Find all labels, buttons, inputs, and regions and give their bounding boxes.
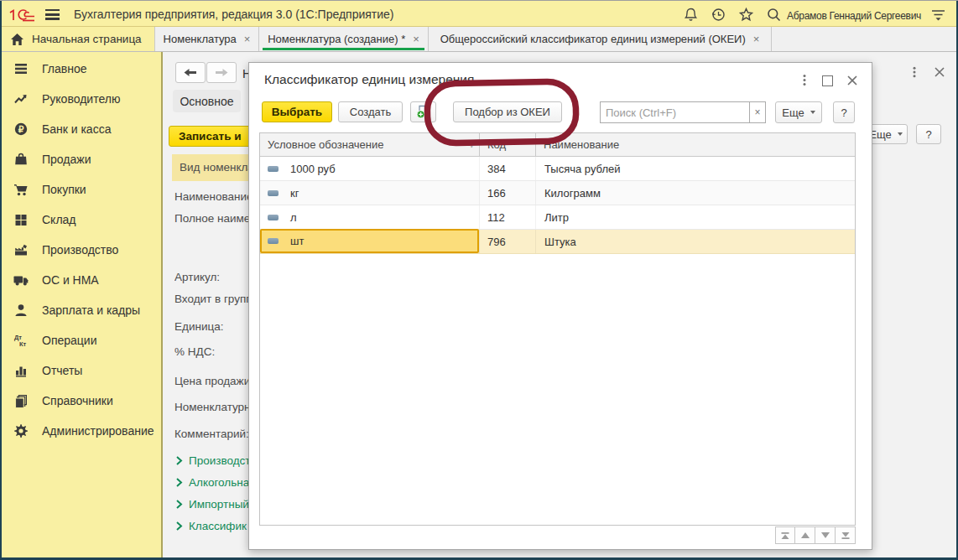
okei-selection-button[interactable]: Подбор из ОКЕИ (453, 101, 562, 122)
table-row[interactable]: 1000 руб 384 Тысяча рублей (260, 157, 855, 181)
dialog-more-button[interactable]: Еще (775, 101, 822, 123)
dialog-title: Классификатор единиц измерения (264, 72, 474, 87)
sidebar-item-bank-kassa[interactable]: ₽ Банк и касса (2, 114, 161, 144)
truck-icon (13, 272, 29, 288)
link-klassifikaciya[interactable]: Классифик (175, 519, 247, 533)
sidebar: Главное Руководителю ₽ Банк и касса Прод… (2, 52, 163, 557)
label-polnoe-naimenovanie: Полное наиме (174, 212, 250, 226)
ruble-circle-icon: ₽ (13, 122, 29, 137)
sidebar-item-otchety[interactable]: Отчеты (2, 355, 161, 386)
app-title: Бухгалтерия предприятия, редакция 3.0 (1… (74, 8, 394, 21)
label-nds: % НДС: (174, 345, 215, 360)
pages-icon (13, 393, 29, 408)
label-naimenovanie: Наименование (174, 190, 253, 205)
history-icon[interactable] (711, 7, 726, 23)
column-header-symbol[interactable]: Условное обозначение↓ (260, 133, 479, 156)
notifications-bell-icon[interactable] (683, 7, 699, 23)
sidebar-item-administrirovanie[interactable]: Администрирование (2, 416, 161, 446)
chevron-right-icon (175, 478, 183, 487)
form-more-menu-icon[interactable] (909, 66, 919, 78)
bag-icon (13, 152, 29, 167)
home-icon (11, 34, 23, 45)
label-nomenklaturnaya-gruppa: Номенклатурн (174, 401, 251, 415)
tools-menu-icon[interactable] (930, 8, 946, 21)
home-tab-label: Начальная страница (32, 33, 142, 45)
home-tab[interactable]: Начальная страница (2, 27, 155, 51)
sidebar-item-os-nma[interactable]: ОС и НМА (2, 265, 161, 295)
tab-close-icon[interactable]: × (753, 34, 760, 44)
table-header: Условное обозначение↓ Код Наименование (260, 133, 855, 157)
app-window: Бухгалтерия предприятия, редакция 3.0 (1… (0, 0, 958, 560)
person-icon (13, 303, 29, 318)
chevron-right-icon (175, 521, 183, 531)
trend-chart-icon (13, 91, 29, 106)
search-input[interactable] (600, 101, 749, 123)
window-border (0, 0, 958, 1)
link-alkogolnaya[interactable]: Алкогольна (175, 475, 249, 490)
form-help-button[interactable]: ? (916, 124, 941, 144)
gear-icon (13, 423, 29, 438)
column-header-code[interactable]: Код (479, 133, 535, 156)
sidebar-item-rukovoditelyu[interactable]: Руководителю (2, 84, 161, 114)
user-name[interactable]: Абрамов Геннадий Сергеевич (787, 10, 921, 22)
table-scroll-nav (775, 526, 856, 544)
search-icon[interactable] (766, 7, 782, 23)
label-artikul: Артикул: (174, 271, 220, 285)
tab-close-icon[interactable]: × (244, 34, 251, 44)
1c-logo (8, 8, 35, 22)
column-header-name[interactable]: Наименование (535, 133, 855, 156)
table-row[interactable]: кг 166 Килограмм (260, 181, 855, 205)
scroll-top-icon[interactable] (775, 526, 795, 544)
table-row-selected[interactable]: шт 796 Штука (260, 230, 855, 254)
history-nav (175, 62, 237, 83)
create-button[interactable]: Создать (338, 101, 403, 122)
unit-item-icon (268, 215, 279, 220)
sidebar-item-operacii[interactable]: ДтКт Операции (2, 325, 161, 355)
svg-text:₽: ₽ (18, 124, 24, 134)
factory-icon (13, 242, 29, 257)
units-classifier-dialog: Классификатор единиц измерения Выбрать С… (248, 62, 872, 550)
sidebar-item-prodazhi[interactable]: Продажи (2, 144, 161, 174)
sidebar-item-glavnoe[interactable]: Главное (2, 54, 161, 84)
table-row[interactable]: л 112 Литр (260, 205, 855, 230)
chevron-right-icon (175, 456, 183, 465)
dialog-help-button[interactable]: ? (833, 101, 855, 123)
tab-bar: Начальная страница Номенклатура × Номенк… (2, 27, 956, 52)
dialog-more-menu-icon[interactable] (799, 74, 810, 86)
tab-nomenklatura[interactable]: Номенклатура × (155, 27, 259, 51)
tab-close-icon[interactable]: × (413, 34, 419, 44)
link-importnyj[interactable]: Импортный (175, 497, 249, 511)
dropdown-arrow-icon (810, 111, 815, 114)
scroll-up-icon[interactable] (795, 526, 815, 544)
tab-nomenklatura-creation[interactable]: Номенклатура (создание) * × (259, 27, 429, 51)
select-button[interactable]: Выбрать (262, 101, 332, 122)
dropdown-arrow-icon (898, 132, 903, 136)
back-button[interactable] (175, 62, 206, 83)
form-section-osnovnoe[interactable]: Основное (173, 90, 241, 112)
tab-okei-classifier[interactable]: Общероссийский классификатор единиц изме… (429, 27, 772, 51)
sidebar-item-sklad[interactable]: Склад (2, 205, 161, 235)
sidebar-item-zarplata-kadry[interactable]: Зарплата и кадры (2, 295, 161, 325)
link-proizvodstvo[interactable]: Производст (175, 454, 251, 468)
dialog-maximize-icon[interactable] (822, 75, 833, 86)
create-group-button[interactable] (410, 101, 436, 122)
bar-chart-icon (13, 363, 29, 378)
scroll-down-icon[interactable] (815, 526, 836, 544)
dialog-close-icon[interactable] (846, 75, 858, 86)
sidebar-item-pokupki[interactable]: Покупки (2, 174, 161, 205)
form-close-icon[interactable] (934, 66, 945, 78)
top-bar: Бухгалтерия предприятия, редакция 3.0 (1… (2, 1, 956, 27)
units-table: Условное обозначение↓ Код Наименование 1… (259, 132, 856, 526)
sidebar-item-proizvodstvo[interactable]: Производство (2, 235, 161, 265)
sort-descending-icon: ↓ (469, 139, 474, 149)
main-sections-icon (13, 61, 29, 76)
scroll-bottom-icon[interactable] (836, 526, 856, 544)
label-edinica: Единица: (174, 320, 223, 334)
main-menu-icon[interactable] (45, 9, 60, 20)
label-cena-prodazhi: Цена продажи (174, 375, 250, 389)
clear-search-icon[interactable]: × (749, 101, 766, 123)
favorites-star-icon[interactable] (738, 7, 754, 23)
sidebar-item-spravochniki[interactable]: Справочники (2, 386, 161, 416)
forward-button[interactable] (206, 62, 237, 83)
create-group-icon (416, 105, 430, 119)
